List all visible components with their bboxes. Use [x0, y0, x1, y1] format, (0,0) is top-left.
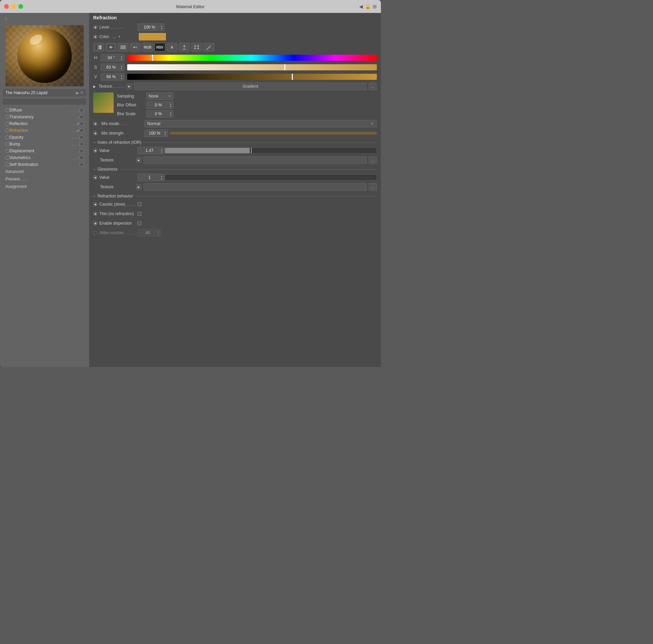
- person-tool-btn[interactable]: [179, 43, 190, 52]
- sidebar-item-translucency[interactable]: Translucency . . .: [0, 114, 89, 120]
- level-spinbox[interactable]: 100 % ▲ ▼: [137, 23, 165, 31]
- blur-scale-up[interactable]: ▲: [169, 111, 172, 114]
- sidebar-item-diffuse[interactable]: Diffuse . . . . . . . .: [0, 107, 89, 114]
- rgb-tool-btn[interactable]: RGB: [142, 43, 153, 52]
- hsv-tool-btn[interactable]: HSV: [154, 43, 165, 52]
- sidebar-item-preview[interactable]: Preview . . .: [0, 175, 89, 183]
- k-tool-btn[interactable]: K: [167, 43, 178, 52]
- glossiness-slider[interactable]: [165, 174, 377, 180]
- blur-offset-arrows[interactable]: ▲ ▼: [169, 103, 172, 108]
- mix-strength-spinbox[interactable]: 100 % ▲ ▼: [144, 129, 168, 137]
- h-spinbox-arrows[interactable]: ▲ ▼: [120, 55, 123, 60]
- maximize-button[interactable]: [18, 4, 23, 9]
- sidebar-item-reflection[interactable]: Reflection . . . . . ✓: [0, 120, 89, 127]
- ior-radio[interactable]: [93, 149, 97, 153]
- translucency-checkbox[interactable]: [80, 115, 84, 119]
- blur-offset-spinbox[interactable]: 0 % ▲ ▼: [146, 101, 173, 109]
- abbe-radio[interactable]: [93, 231, 97, 235]
- refraction-radio[interactable]: [5, 128, 10, 133]
- sampling-dropdown[interactable]: None ▼: [146, 92, 173, 100]
- grid-tool-btn[interactable]: [191, 43, 202, 52]
- mix-strength-radio[interactable]: [93, 131, 97, 135]
- bitmap-tool-btn[interactable]: [130, 43, 141, 52]
- lock-icon[interactable]: 🔒: [365, 4, 371, 9]
- gradient-bar[interactable]: Gradient: [134, 83, 367, 90]
- self-illumination-radio[interactable]: [5, 162, 10, 167]
- self-illumination-checkbox[interactable]: [80, 162, 84, 167]
- volumetrics-checkbox[interactable]: [80, 156, 84, 160]
- thin-checkbox[interactable]: [137, 212, 141, 216]
- dispersion-checkbox[interactable]: [137, 221, 141, 225]
- reflection-checkbox[interactable]: [80, 122, 84, 126]
- glossiness-spinbox[interactable]: 1 ▲ ▼: [137, 174, 165, 181]
- texture-play-btn[interactable]: ▶: [127, 84, 132, 89]
- s-spinbox-arrows[interactable]: ▲ ▼: [120, 65, 123, 70]
- color-dropdown-arrow[interactable]: ▼: [118, 35, 121, 38]
- mix-strength-arrows[interactable]: ▲ ▼: [164, 131, 166, 136]
- hue-slider[interactable]: [127, 55, 377, 61]
- glossiness-texture-bar[interactable]: [144, 183, 367, 191]
- glossiness-up[interactable]: ▲: [161, 175, 163, 177]
- collapse-icon[interactable]: ◀: [359, 4, 363, 9]
- sidebar-item-volumetrics[interactable]: Volumetrics . . . . .: [0, 154, 89, 161]
- glossiness-texture-more-btn[interactable]: ...: [369, 183, 377, 191]
- caustic-radio[interactable]: [93, 202, 97, 206]
- close-button[interactable]: [4, 4, 9, 9]
- v-up-arrow[interactable]: ▲: [120, 74, 123, 77]
- mix-strength-up[interactable]: ▲: [164, 131, 166, 133]
- ior-texture-bar[interactable]: [144, 156, 367, 164]
- s-spinbox[interactable]: 63 % ▲ ▼: [101, 64, 124, 71]
- texture-more-btn[interactable]: ...: [369, 83, 377, 90]
- ior-spinbox-arrows[interactable]: ▲ ▼: [161, 148, 163, 153]
- blur-offset-down[interactable]: ▼: [169, 105, 172, 108]
- solid-tool-btn[interactable]: [118, 43, 129, 52]
- diffuse-checkbox[interactable]: [80, 108, 84, 112]
- sidebar-item-opacity[interactable]: Opacity . . . . . .: [0, 134, 89, 141]
- h-up-arrow[interactable]: ▲: [120, 55, 123, 58]
- mix-mode-radio[interactable]: [93, 122, 97, 126]
- thin-radio[interactable]: [93, 212, 97, 216]
- refraction-checkbox[interactable]: [80, 128, 84, 133]
- v-spinbox-arrows[interactable]: ▲ ▼: [120, 74, 123, 80]
- sidebar-item-self-illumination[interactable]: Self Illumination: [0, 161, 89, 168]
- caustic-checkbox[interactable]: [137, 202, 141, 206]
- mix-strength-track[interactable]: [170, 132, 377, 135]
- sidebar-item-bump[interactable]: Bump . . . . . . . .: [0, 141, 89, 147]
- minimize-button[interactable]: [11, 4, 16, 9]
- opacity-checkbox[interactable]: [80, 135, 84, 139]
- mix-strength-down[interactable]: ▼: [164, 134, 166, 136]
- s-up-arrow[interactable]: ▲: [120, 65, 123, 67]
- blur-scale-down[interactable]: ▼: [169, 114, 172, 117]
- glossiness-down[interactable]: ▼: [161, 178, 163, 180]
- blur-scale-arrows[interactable]: ▲ ▼: [169, 111, 172, 117]
- gradient-tool-btn[interactable]: [93, 43, 104, 52]
- level-up-arrow[interactable]: ▲: [161, 25, 163, 27]
- radial-tool-btn[interactable]: [105, 43, 116, 52]
- bump-checkbox[interactable]: [80, 142, 84, 146]
- sidebar-item-advanced[interactable]: Advanced: [0, 168, 89, 175]
- ior-texture-more-btn[interactable]: ...: [369, 156, 377, 164]
- material-name-row[interactable]: The Hakushu 25 Liquid ▶ ↖: [3, 89, 86, 97]
- sidebar-item-refraction[interactable]: Refraction . . . . . ✓: [0, 127, 89, 134]
- displacement-radio[interactable]: [5, 149, 10, 153]
- level-radio[interactable]: [93, 25, 97, 29]
- glossiness-texture-play-btn[interactable]: ▶: [136, 184, 141, 190]
- displacement-checkbox[interactable]: [80, 149, 84, 153]
- opacity-radio[interactable]: [5, 135, 10, 139]
- v-down-arrow[interactable]: ▼: [120, 77, 123, 80]
- color-radio[interactable]: [93, 35, 97, 39]
- diffuse-radio[interactable]: [5, 108, 10, 112]
- translucency-radio[interactable]: [5, 115, 10, 119]
- texture-expand-icon[interactable]: ▶: [93, 85, 96, 88]
- sidebar-item-assignment[interactable]: Assignment: [0, 183, 89, 190]
- bump-radio[interactable]: [5, 142, 10, 146]
- s-down-arrow[interactable]: ▼: [120, 68, 123, 70]
- sidebar-item-displacement[interactable]: Displacement . .: [0, 147, 89, 154]
- expand-icon[interactable]: ⊞: [373, 4, 377, 9]
- level-down-arrow[interactable]: ▼: [161, 28, 163, 30]
- abbe-down[interactable]: ▼: [157, 233, 160, 236]
- blur-offset-up[interactable]: ▲: [169, 103, 172, 105]
- ior-slider[interactable]: [165, 147, 377, 154]
- reflection-radio[interactable]: [5, 122, 10, 126]
- h-spinbox[interactable]: 34 ° ▲ ▼: [101, 54, 124, 62]
